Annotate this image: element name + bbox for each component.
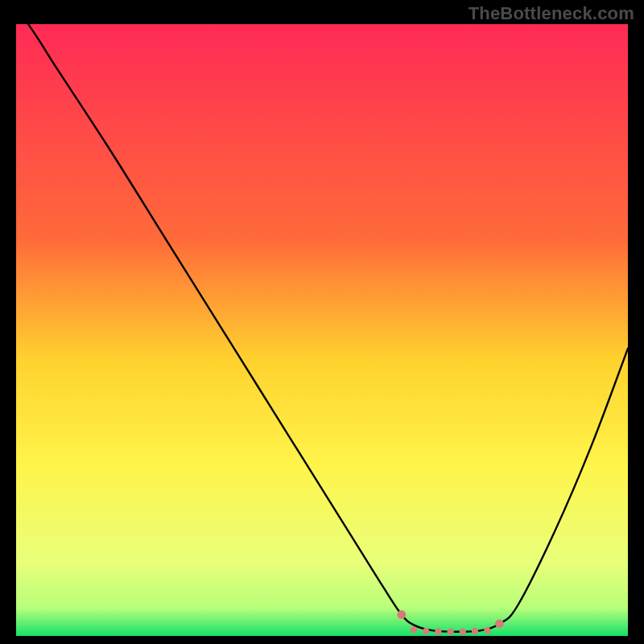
marker-dot	[495, 619, 504, 628]
marker-dot	[397, 610, 406, 619]
marker-dot	[484, 627, 490, 634]
plot-svg	[16, 24, 628, 636]
chart-root: TheBottleneck.com	[0, 0, 644, 644]
marker-dot	[472, 628, 478, 634]
watermark-text: TheBottleneck.com	[469, 3, 634, 24]
gradient-backdrop	[16, 24, 628, 636]
marker-dot	[460, 628, 466, 634]
marker-dot	[447, 628, 453, 634]
marker-dot	[423, 628, 429, 634]
plot-area	[16, 24, 628, 636]
marker-dot	[435, 628, 441, 634]
marker-dot	[411, 626, 417, 633]
